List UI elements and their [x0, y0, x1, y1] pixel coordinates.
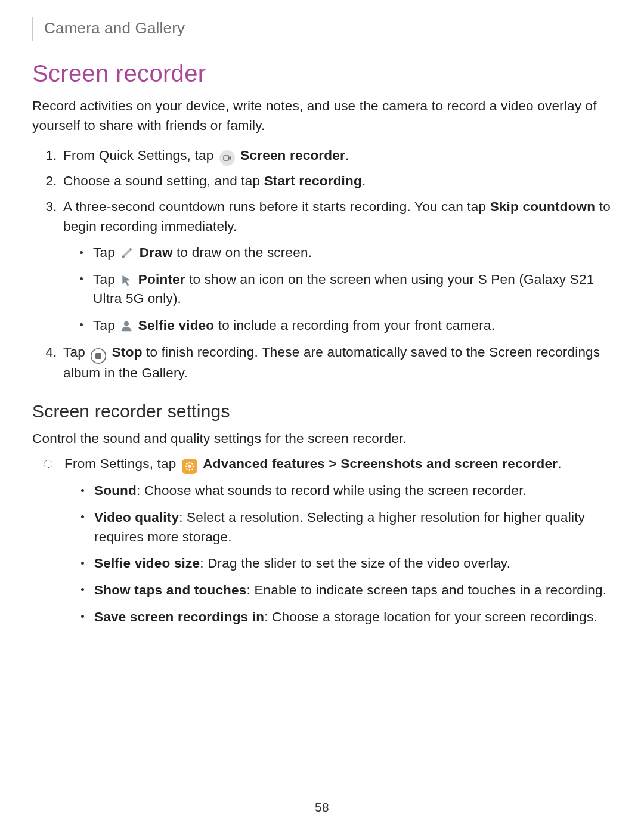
page-title: Screen recorder	[32, 56, 612, 91]
step-4-post: to finish recording. These are automatic…	[63, 345, 600, 380]
svg-point-9	[191, 463, 193, 465]
step-3-sub-1-post: to draw on the screen.	[173, 245, 312, 260]
settings-item-selfie-size-text: : Drag the slider to set the size of the…	[200, 556, 510, 571]
subheading: Screen recorder settings	[32, 398, 612, 425]
step-3-label1: Skip countdown	[490, 199, 596, 214]
step-4-label: Stop	[112, 345, 143, 360]
breadcrumb-label: Camera and Gallery	[44, 17, 185, 40]
step-2-label: Start recording	[264, 174, 362, 188]
step-3-sub-3-label: Selfie video	[138, 318, 214, 333]
step-2-pre: Choose a sound setting, and tap	[63, 174, 264, 188]
step-3-sub-1-pre: Tap	[93, 245, 119, 260]
svg-point-7	[192, 466, 194, 467]
step-2-post: .	[362, 174, 366, 188]
advanced-features-icon	[182, 459, 197, 474]
svg-point-11	[191, 469, 193, 470]
settings-item-video-quality: Video quality: Select a resolution. Sele…	[81, 508, 612, 547]
settings-item-selfie-size: Selfie video size: Drag the slider to se…	[81, 554, 612, 574]
step-3-sub-1: Tap Draw to draw on the screen.	[80, 243, 612, 263]
breadcrumb: Camera and Gallery	[32, 17, 612, 41]
settings-item-save-location-label: Save screen recordings in	[94, 609, 264, 624]
settings-item-save-location: Save screen recordings in: Choose a stor…	[81, 608, 612, 627]
settings-path-pre: From Settings, tap	[64, 456, 180, 471]
settings-item-show-taps: Show taps and touches: Enable to indicat…	[81, 581, 612, 600]
intro-paragraph: Record activities on your device, write …	[32, 97, 612, 135]
svg-point-5	[188, 469, 190, 471]
svg-rect-0	[224, 156, 229, 160]
step-3-pre: A three-second countdown runs before it …	[63, 199, 490, 214]
step-3-sub-2: Tap Pointer to show an icon on the scree…	[80, 270, 612, 309]
step-3-sub-1-label: Draw	[140, 245, 173, 260]
svg-rect-2	[95, 353, 101, 359]
settings-path-item: From Settings, tap Advanced features > S…	[61, 454, 612, 627]
svg-point-3	[188, 465, 191, 468]
step-1: From Quick Settings, tap Screen recorder…	[61, 146, 612, 166]
breadcrumb-rule	[32, 17, 33, 41]
settings-root-list: From Settings, tap Advanced features > S…	[32, 454, 612, 627]
stop-icon	[91, 348, 106, 364]
step-1-post: .	[345, 148, 349, 163]
step-4: Tap Stop to finish recording. These are …	[61, 343, 612, 383]
svg-point-4	[188, 462, 190, 464]
svg-point-6	[185, 466, 187, 467]
step-1-pre: From Quick Settings, tap	[63, 148, 218, 163]
settings-item-show-taps-text: : Enable to indicate screen taps and tou…	[246, 583, 606, 597]
settings-path-post: .	[558, 456, 561, 471]
settings-item-sound: Sound: Choose what sounds to record whil…	[81, 481, 612, 501]
settings-item-show-taps-label: Show taps and touches	[94, 583, 246, 597]
step-1-label: Screen recorder	[240, 148, 345, 163]
pencil-icon	[120, 247, 134, 260]
settings-item-video-quality-label: Video quality	[94, 510, 179, 525]
page-number: 58	[0, 798, 644, 816]
settings-sublist: Sound: Choose what sounds to record whil…	[64, 481, 612, 627]
svg-point-1	[124, 321, 129, 326]
settings-item-sound-text: : Choose what sounds to record while usi…	[137, 483, 527, 498]
svg-point-10	[186, 469, 188, 470]
dashed-circle-marker-icon	[44, 460, 52, 468]
pointer-icon	[120, 274, 132, 287]
step-3-sub-3-pre: Tap	[93, 318, 119, 333]
step-3-sub-2-label: Pointer	[138, 272, 185, 287]
screen-recorder-icon	[219, 150, 235, 166]
step-3-sublist: Tap Draw to draw on the screen. Tap	[63, 243, 612, 336]
sub-intro: Control the sound and quality settings f…	[32, 429, 612, 449]
step-2: Choose a sound setting, and tap Start re…	[61, 172, 612, 191]
step-3-sub-2-pre: Tap	[93, 272, 119, 287]
settings-item-selfie-size-label: Selfie video size	[94, 556, 200, 571]
settings-path-label: Advanced features > Screenshots and scre…	[203, 456, 558, 471]
selfie-person-icon	[120, 320, 132, 333]
step-3: A three-second countdown runs before it …	[61, 197, 612, 336]
steps-list: From Quick Settings, tap Screen recorder…	[32, 146, 612, 383]
settings-item-save-location-text: : Choose a storage location for your scr…	[264, 609, 597, 624]
step-4-pre: Tap	[63, 345, 89, 360]
svg-point-8	[186, 463, 188, 465]
step-3-sub-3: Tap Selfie video to include a recording …	[80, 316, 612, 336]
settings-item-sound-label: Sound	[94, 483, 137, 498]
step-3-sub-3-post: to include a recording from your front c…	[214, 318, 495, 333]
